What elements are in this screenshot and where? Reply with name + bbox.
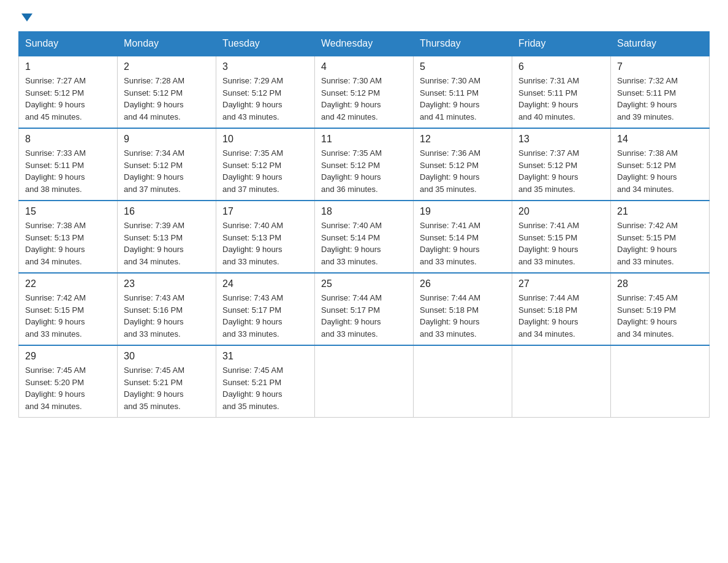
calendar-cell: 14 Sunrise: 7:38 AM Sunset: 5:12 PM Dayl…: [611, 128, 710, 201]
day-info: Sunrise: 7:44 AM Sunset: 5:18 PM Dayligh…: [518, 292, 604, 340]
calendar-week-row: 15 Sunrise: 7:38 AM Sunset: 5:13 PM Dayl…: [19, 201, 710, 273]
calendar-table: SundayMondayTuesdayWednesdayThursdayFrid…: [18, 31, 710, 418]
weekday-header-friday: Friday: [512, 32, 611, 56]
day-info: Sunrise: 7:36 AM Sunset: 5:12 PM Dayligh…: [420, 147, 506, 195]
calendar-cell: 8 Sunrise: 7:33 AM Sunset: 5:11 PM Dayli…: [19, 128, 118, 201]
day-number: 22: [25, 278, 111, 289]
day-info: Sunrise: 7:42 AM Sunset: 5:15 PM Dayligh…: [25, 292, 111, 340]
day-info: Sunrise: 7:38 AM Sunset: 5:12 PM Dayligh…: [617, 147, 703, 195]
calendar-cell: 1 Sunrise: 7:27 AM Sunset: 5:12 PM Dayli…: [19, 56, 118, 128]
calendar-cell: 9 Sunrise: 7:34 AM Sunset: 5:12 PM Dayli…: [118, 128, 216, 201]
day-number: 24: [222, 278, 308, 289]
calendar-cell: 18 Sunrise: 7:40 AM Sunset: 5:14 PM Dayl…: [315, 201, 414, 273]
calendar-cell: 6 Sunrise: 7:31 AM Sunset: 5:11 PM Dayli…: [512, 56, 611, 128]
day-number: 8: [25, 134, 111, 145]
day-number: 7: [617, 61, 703, 72]
weekday-header-sunday: Sunday: [19, 32, 118, 56]
calendar-cell: 19 Sunrise: 7:41 AM Sunset: 5:14 PM Dayl…: [414, 201, 512, 273]
day-info: Sunrise: 7:39 AM Sunset: 5:13 PM Dayligh…: [124, 220, 210, 267]
calendar-cell: 31 Sunrise: 7:45 AM Sunset: 5:21 PM Dayl…: [216, 345, 315, 418]
day-number: 1: [25, 61, 111, 72]
calendar-cell: 5 Sunrise: 7:30 AM Sunset: 5:11 PM Dayli…: [414, 56, 512, 128]
day-info: Sunrise: 7:45 AM Sunset: 5:21 PM Dayligh…: [124, 364, 210, 412]
weekday-header-wednesday: Wednesday: [315, 32, 414, 56]
calendar-cell: 25 Sunrise: 7:44 AM Sunset: 5:17 PM Dayl…: [315, 273, 414, 345]
weekday-header-saturday: Saturday: [611, 32, 710, 56]
calendar-cell: 4 Sunrise: 7:30 AM Sunset: 5:12 PM Dayli…: [315, 56, 414, 128]
calendar-cell: 27 Sunrise: 7:44 AM Sunset: 5:18 PM Dayl…: [512, 273, 611, 345]
calendar-cell: 26 Sunrise: 7:44 AM Sunset: 5:18 PM Dayl…: [414, 273, 512, 345]
calendar-cell: 30 Sunrise: 7:45 AM Sunset: 5:21 PM Dayl…: [118, 345, 216, 418]
calendar-cell: 23 Sunrise: 7:43 AM Sunset: 5:16 PM Dayl…: [118, 273, 216, 345]
day-number: 17: [222, 206, 308, 217]
day-number: 6: [518, 61, 604, 72]
day-number: 28: [617, 278, 703, 289]
day-info: Sunrise: 7:38 AM Sunset: 5:13 PM Dayligh…: [25, 220, 111, 267]
calendar-cell: 24 Sunrise: 7:43 AM Sunset: 5:17 PM Dayl…: [216, 273, 315, 345]
day-info: Sunrise: 7:40 AM Sunset: 5:13 PM Dayligh…: [222, 220, 308, 267]
day-info: Sunrise: 7:30 AM Sunset: 5:11 PM Dayligh…: [420, 75, 506, 123]
day-number: 2: [124, 61, 210, 72]
day-number: 18: [321, 206, 407, 217]
calendar-cell: 28 Sunrise: 7:45 AM Sunset: 5:19 PM Dayl…: [611, 273, 710, 345]
day-number: 4: [321, 61, 407, 72]
calendar-cell: 10 Sunrise: 7:35 AM Sunset: 5:12 PM Dayl…: [216, 128, 315, 201]
page-header: [18, 12, 710, 19]
day-info: Sunrise: 7:35 AM Sunset: 5:12 PM Dayligh…: [222, 147, 308, 195]
calendar-cell: 15 Sunrise: 7:38 AM Sunset: 5:13 PM Dayl…: [19, 201, 118, 273]
day-info: Sunrise: 7:42 AM Sunset: 5:15 PM Dayligh…: [617, 220, 703, 267]
calendar-cell: [512, 345, 611, 418]
calendar-cell: 17 Sunrise: 7:40 AM Sunset: 5:13 PM Dayl…: [216, 201, 315, 273]
day-number: 20: [518, 206, 604, 217]
day-info: Sunrise: 7:37 AM Sunset: 5:12 PM Dayligh…: [518, 147, 604, 195]
day-number: 26: [420, 278, 506, 289]
day-info: Sunrise: 7:45 AM Sunset: 5:21 PM Dayligh…: [222, 364, 308, 412]
logo-general-line: [18, 12, 32, 20]
calendar-week-row: 29 Sunrise: 7:45 AM Sunset: 5:20 PM Dayl…: [19, 345, 710, 418]
day-number: 25: [321, 278, 407, 289]
day-info: Sunrise: 7:33 AM Sunset: 5:11 PM Dayligh…: [25, 147, 111, 195]
day-info: Sunrise: 7:45 AM Sunset: 5:20 PM Dayligh…: [25, 364, 111, 412]
day-number: 15: [25, 206, 111, 217]
day-number: 30: [124, 351, 210, 362]
calendar-cell: 3 Sunrise: 7:29 AM Sunset: 5:12 PM Dayli…: [216, 56, 315, 128]
day-info: Sunrise: 7:32 AM Sunset: 5:11 PM Dayligh…: [617, 75, 703, 123]
day-info: Sunrise: 7:35 AM Sunset: 5:12 PM Dayligh…: [321, 147, 407, 195]
day-number: 3: [222, 61, 308, 72]
calendar-cell: 11 Sunrise: 7:35 AM Sunset: 5:12 PM Dayl…: [315, 128, 414, 201]
calendar-cell: 21 Sunrise: 7:42 AM Sunset: 5:15 PM Dayl…: [611, 201, 710, 273]
day-info: Sunrise: 7:40 AM Sunset: 5:14 PM Dayligh…: [321, 220, 407, 267]
calendar-week-row: 8 Sunrise: 7:33 AM Sunset: 5:11 PM Dayli…: [19, 128, 710, 201]
calendar-cell: 12 Sunrise: 7:36 AM Sunset: 5:12 PM Dayl…: [414, 128, 512, 201]
calendar-cell: 20 Sunrise: 7:41 AM Sunset: 5:15 PM Dayl…: [512, 201, 611, 273]
day-info: Sunrise: 7:34 AM Sunset: 5:12 PM Dayligh…: [124, 147, 210, 195]
day-number: 31: [222, 351, 308, 362]
day-number: 9: [124, 134, 210, 145]
day-number: 29: [25, 351, 111, 362]
day-number: 21: [617, 206, 703, 217]
calendar-cell: 22 Sunrise: 7:42 AM Sunset: 5:15 PM Dayl…: [19, 273, 118, 345]
logo: [18, 12, 32, 19]
calendar-cell: [315, 345, 414, 418]
day-number: 10: [222, 134, 308, 145]
calendar-cell: 29 Sunrise: 7:45 AM Sunset: 5:20 PM Dayl…: [19, 345, 118, 418]
day-info: Sunrise: 7:45 AM Sunset: 5:19 PM Dayligh…: [617, 292, 703, 340]
day-info: Sunrise: 7:41 AM Sunset: 5:15 PM Dayligh…: [518, 220, 604, 267]
calendar-cell: [414, 345, 512, 418]
day-info: Sunrise: 7:43 AM Sunset: 5:16 PM Dayligh…: [124, 292, 210, 340]
logo-triangle-icon: [21, 13, 32, 21]
day-info: Sunrise: 7:44 AM Sunset: 5:17 PM Dayligh…: [321, 292, 407, 340]
day-number: 19: [420, 206, 506, 217]
day-number: 13: [518, 134, 604, 145]
weekday-header-row: SundayMondayTuesdayWednesdayThursdayFrid…: [19, 32, 710, 56]
day-number: 16: [124, 206, 210, 217]
day-info: Sunrise: 7:28 AM Sunset: 5:12 PM Dayligh…: [124, 75, 210, 123]
calendar-cell: 7 Sunrise: 7:32 AM Sunset: 5:11 PM Dayli…: [611, 56, 710, 128]
day-number: 27: [518, 278, 604, 289]
calendar-week-row: 1 Sunrise: 7:27 AM Sunset: 5:12 PM Dayli…: [19, 56, 710, 128]
day-info: Sunrise: 7:30 AM Sunset: 5:12 PM Dayligh…: [321, 75, 407, 123]
day-info: Sunrise: 7:44 AM Sunset: 5:18 PM Dayligh…: [420, 292, 506, 340]
weekday-header-tuesday: Tuesday: [216, 32, 315, 56]
calendar-week-row: 22 Sunrise: 7:42 AM Sunset: 5:15 PM Dayl…: [19, 273, 710, 345]
day-number: 5: [420, 61, 506, 72]
